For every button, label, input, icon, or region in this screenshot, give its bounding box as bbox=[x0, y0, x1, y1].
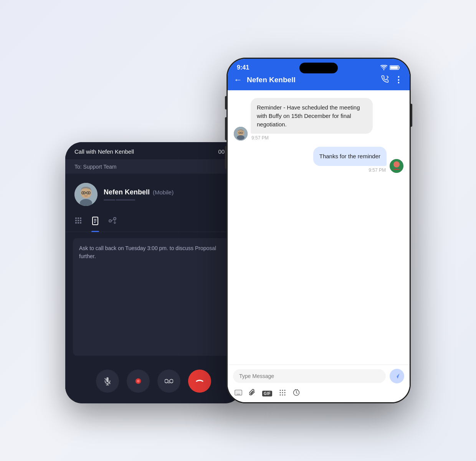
caller-type: (Mobile) bbox=[153, 189, 174, 196]
svg-point-56 bbox=[280, 392, 281, 393]
outgoing-bubble: Thanks for the reminder bbox=[313, 147, 387, 166]
gif-icon[interactable]: GIF bbox=[262, 391, 272, 396]
attachment-icon[interactable] bbox=[249, 389, 255, 398]
svg-rect-15 bbox=[78, 222, 79, 224]
status-icons bbox=[380, 65, 400, 70]
call-note-box: Ask to call back on Tuesday 3:00 pm. to … bbox=[73, 238, 234, 356]
svg-rect-14 bbox=[75, 222, 77, 224]
dynamic-island bbox=[299, 63, 338, 73]
outgoing-text: Thanks for the reminder bbox=[319, 153, 380, 159]
call-actions bbox=[65, 362, 242, 403]
incoming-message-wrap: Reminder - Have scheduled the meeting wi… bbox=[251, 98, 373, 141]
svg-rect-8 bbox=[75, 217, 77, 219]
svg-point-32 bbox=[383, 69, 384, 70]
svg-point-57 bbox=[282, 392, 283, 393]
back-arrow-icon[interactable]: ← bbox=[234, 75, 242, 85]
caller-section: Nefen Kenbell (Mobile) bbox=[65, 174, 242, 212]
svg-point-21 bbox=[109, 220, 111, 222]
svg-point-22 bbox=[114, 217, 116, 220]
contact-name: Nefen Kenbell bbox=[247, 76, 377, 84]
message-row-incoming: Reminder - Have scheduled the meeting wi… bbox=[234, 98, 403, 141]
more-options-icon[interactable]: ⋮ bbox=[394, 75, 403, 85]
svg-rect-34 bbox=[390, 66, 398, 69]
schedule-icon[interactable] bbox=[293, 389, 300, 398]
svg-point-42 bbox=[393, 161, 400, 167]
signal-bar-1 bbox=[104, 199, 115, 201]
svg-point-55 bbox=[284, 390, 286, 391]
svg-point-40 bbox=[237, 135, 245, 140]
phone-front: 9:41 bbox=[226, 58, 411, 403]
send-button[interactable] bbox=[390, 369, 404, 383]
svg-point-6 bbox=[83, 192, 84, 194]
dialpad-icon[interactable] bbox=[279, 389, 286, 398]
svg-rect-11 bbox=[75, 220, 77, 221]
wifi-icon bbox=[380, 65, 387, 70]
svg-point-7 bbox=[88, 192, 89, 194]
user-avatar bbox=[390, 159, 403, 173]
incoming-bubble: Reminder - Have scheduled the meeting wi… bbox=[251, 98, 373, 134]
chat-area: Reminder - Have scheduled the meeting wi… bbox=[228, 90, 410, 365]
end-call-button[interactable] bbox=[188, 370, 211, 393]
outgoing-message-wrap: Thanks for the reminder 9:57 PM bbox=[313, 147, 387, 173]
svg-point-54 bbox=[282, 390, 283, 391]
svg-rect-10 bbox=[80, 217, 81, 219]
signal-bars bbox=[104, 199, 233, 201]
status-time: 9:41 bbox=[237, 64, 249, 71]
svg-point-28 bbox=[137, 380, 139, 382]
caller-name: Nefen Kenbell bbox=[104, 188, 150, 196]
volume-up-button bbox=[225, 117, 226, 140]
to-label: To: Support Team bbox=[74, 164, 116, 170]
tab-transfer[interactable] bbox=[108, 212, 117, 232]
tab-keypad[interactable] bbox=[74, 212, 82, 232]
silent-button bbox=[225, 96, 226, 109]
battery-icon bbox=[390, 65, 400, 70]
outgoing-time: 9:57 PM bbox=[313, 167, 387, 173]
svg-point-30 bbox=[170, 379, 173, 383]
sender-avatar bbox=[234, 127, 248, 141]
record-button[interactable] bbox=[127, 370, 150, 393]
incoming-time: 9:57 PM bbox=[251, 135, 373, 141]
svg-point-60 bbox=[282, 395, 283, 396]
header-actions: ⋮ bbox=[381, 75, 403, 85]
volume-down-button bbox=[225, 146, 226, 169]
call-header: Call with Nefen Kenbell 00:10 bbox=[65, 142, 242, 160]
messenger-header: ← Nefen Kenbell ⋮ bbox=[228, 71, 410, 90]
status-bar: 9:41 bbox=[237, 64, 400, 71]
call-title: Call with Nefen Kenbell bbox=[74, 148, 134, 155]
phone-back: Call with Nefen Kenbell 00:10 To: Suppor… bbox=[65, 142, 242, 403]
phone-screen: 9:41 bbox=[228, 59, 410, 402]
svg-point-61 bbox=[284, 395, 286, 396]
keyboard-icon[interactable] bbox=[235, 390, 242, 398]
voicemail-button[interactable] bbox=[157, 370, 180, 393]
note-text: Ask to call back on Tuesday 3:00 pm. to … bbox=[79, 245, 216, 259]
svg-rect-16 bbox=[80, 222, 81, 224]
svg-point-58 bbox=[284, 392, 286, 393]
input-area: GIF bbox=[228, 365, 410, 402]
svg-rect-13 bbox=[80, 220, 81, 221]
toolbar-row: GIF bbox=[233, 387, 404, 399]
message-input[interactable] bbox=[233, 369, 386, 383]
caller-avatar bbox=[74, 183, 98, 206]
input-row bbox=[233, 369, 404, 383]
svg-rect-9 bbox=[78, 217, 79, 219]
phone-frame: 9:41 bbox=[226, 58, 411, 403]
tab-card[interactable] bbox=[91, 212, 99, 232]
call-to-bar: To: Support Team bbox=[65, 160, 242, 174]
call-tabs bbox=[65, 212, 242, 232]
svg-rect-12 bbox=[78, 220, 79, 221]
svg-point-53 bbox=[280, 390, 281, 391]
svg-point-29 bbox=[165, 379, 168, 383]
message-row-outgoing: Thanks for the reminder 9:57 PM bbox=[234, 147, 403, 173]
mute-button[interactable] bbox=[96, 370, 119, 393]
signal-bar-2 bbox=[116, 199, 135, 201]
incoming-text: Reminder - Have scheduled the meeting wi… bbox=[257, 104, 360, 128]
svg-point-59 bbox=[280, 395, 281, 396]
caller-info: Nefen Kenbell (Mobile) bbox=[104, 188, 233, 201]
power-button bbox=[411, 104, 412, 127]
call-icon[interactable] bbox=[381, 75, 389, 85]
